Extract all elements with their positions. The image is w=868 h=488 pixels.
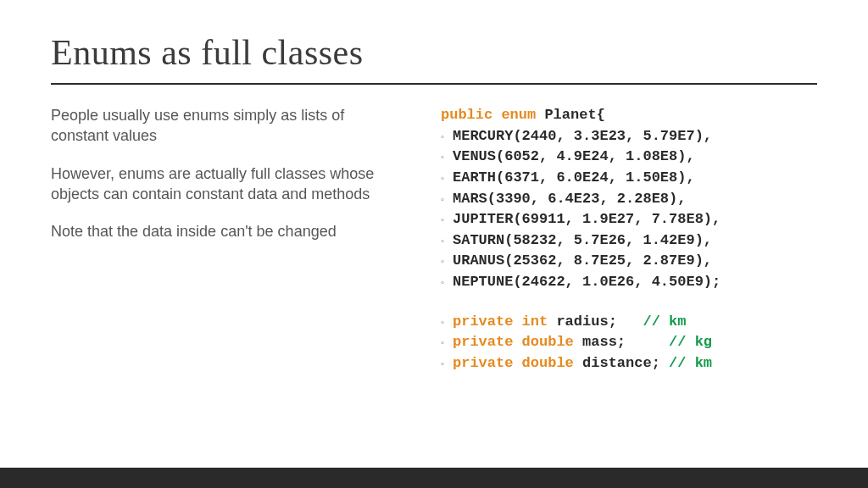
comment: // km [643,312,686,333]
title-underline [51,83,817,85]
bullet-icon: ◦ [441,147,453,167]
bullet-icon: ◦ [441,209,453,230]
field-name: mass; [574,332,669,353]
bullet-icon: ◦ [441,332,453,352]
field-declaration: ◦ private double mass; // kg [441,332,817,353]
enum-constant: ◦NEPTUNE(24622, 1.0E26, 4.50E9); [441,272,817,293]
comment: // km [669,353,712,374]
keyword: private double [453,353,574,374]
bullet-icon: ◦ [441,353,453,374]
paragraph: People usually use enums simply as lists… [51,105,390,147]
enum-constant: ◦EARTH(6371, 6.0E24, 1.50E8), [441,168,817,189]
paragraph: Note that the data inside can't be chang… [51,221,390,241]
slide-title: Enums as full classes [51,32,817,73]
field-declaration: ◦ private int radius; // km [441,312,817,333]
bullet-icon: ◦ [441,251,453,271]
bullet-icon: ◦ [441,312,453,332]
keyword: private double [453,332,574,353]
bullet-icon: ◦ [441,168,453,188]
bullet-icon: ◦ [441,189,453,209]
blank-line [441,293,817,312]
enum-constant: ◦URANUS(25362, 8.7E25, 2.87E9), [441,251,817,272]
code-declaration: public enum Planet { [441,105,817,126]
bullet-icon: ◦ [441,272,453,292]
comment: // kg [669,332,712,353]
bullet-icon: ◦ [441,230,453,251]
enum-constant: ◦VENUS(6052, 4.9E24, 1.08E8), [441,147,817,168]
field-declaration: ◦ private double distance; // km [441,353,817,374]
class-name: Planet [544,105,596,126]
keyword: public enum [441,105,536,126]
field-name: radius; [548,312,643,333]
field-name: distance; [574,353,669,374]
bullet-icon: ◦ [441,126,453,147]
brace: { [597,105,605,126]
text-column: People usually use enums simply as lists… [51,105,390,374]
enum-constant: ◦SATURN(58232, 5.7E26, 1.42E9), [441,230,817,252]
slide: Enums as full classes People usually use… [0,0,868,488]
keyword: private int [453,312,548,333]
slide-body: People usually use enums simply as lists… [51,105,817,374]
enum-constant: ◦JUPITER(69911, 1.9E27, 7.78E8), [441,209,817,230]
code-column: public enum Planet { ◦MERCURY(2440, 3.3E… [441,105,817,374]
enum-constant: ◦MARS(3390, 6.4E23, 2.28E8), [441,189,817,210]
enum-constant: ◦MERCURY(2440, 3.3E23, 5.79E7), [441,126,817,147]
footer-bar [0,468,868,488]
paragraph: However, enums are actually full classes… [51,164,390,205]
